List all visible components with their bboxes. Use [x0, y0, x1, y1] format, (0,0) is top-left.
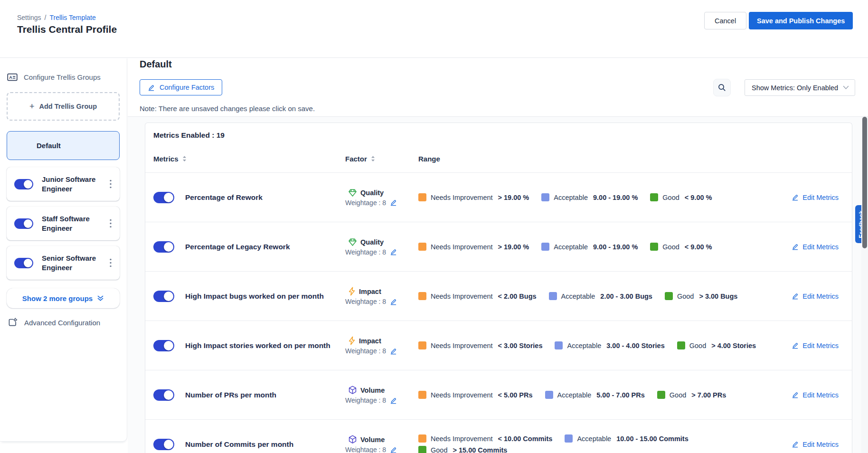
kebab-menu-icon[interactable] [106, 257, 115, 269]
sidebar-item-default-group[interactable]: Default [7, 131, 120, 160]
edit-metrics-link[interactable]: Edit Metrics [792, 441, 852, 448]
range-chip: Needs Improvement> 19.00 % [418, 243, 529, 251]
sidebar-section-title: Configure Trellis Groups [24, 73, 101, 81]
range-label: Needs Improvement [431, 293, 493, 300]
metric-enabled-toggle[interactable] [153, 192, 174, 203]
edit-weightage-icon[interactable] [390, 348, 397, 355]
range-value: > 15.00 Commits [453, 446, 507, 453]
add-trellis-group-button[interactable]: + Add Trellis Group [7, 92, 120, 121]
edit-metrics-link[interactable]: Edit Metrics [792, 194, 852, 201]
breadcrumb-trellis-template[interactable]: Trellis Template [49, 14, 95, 21]
edit-weightage-icon[interactable] [390, 446, 397, 453]
range-value: > 4.00 Stories [711, 342, 756, 349]
show-more-groups-button[interactable]: Show 2 more groups [7, 288, 120, 308]
metric-enabled-toggle[interactable] [153, 291, 174, 302]
group-enabled-toggle[interactable] [14, 179, 33, 189]
metric-name: High Impact stories worked on per month [185, 341, 330, 350]
edit-pencil-icon [792, 243, 799, 250]
metric-name: High Impact bugs worked on per month [185, 292, 324, 301]
weightage-text: Weightage : 8 [345, 248, 386, 256]
search-button[interactable] [713, 79, 731, 96]
metrics-enabled-count: Metrics Enabled : 19 [153, 131, 225, 140]
metric-enabled-toggle[interactable] [153, 340, 174, 351]
weightage-text: Weightage : 8 [345, 446, 386, 453]
impact-bolt-icon [348, 287, 356, 296]
add-trellis-group-label: Add Trellis Group [39, 103, 97, 110]
sidebar-group-card[interactable]: Junior Software Engineer [7, 167, 120, 201]
edit-metrics-link[interactable]: Edit Metrics [792, 293, 852, 300]
svg-text:A: A [9, 75, 12, 80]
weightage-text: Weightage : 8 [345, 298, 386, 305]
search-icon [717, 83, 726, 92]
range-value: 5.00 - 7.00 PRs [596, 391, 645, 399]
breadcrumb-separator: / [45, 14, 47, 21]
needs_improvement-color-swatch [418, 434, 426, 443]
sidebar: A Configure Trellis Groups + Add Trellis… [0, 58, 127, 442]
save-and-publish-button[interactable]: Save and Publish Changes [749, 12, 853, 29]
sort-icon[interactable] [371, 156, 375, 162]
breadcrumb-settings[interactable]: Settings [17, 14, 41, 21]
group-enabled-toggle[interactable] [14, 258, 33, 268]
range-cell: Needs Improvement< 3.00 StoriesAcceptabl… [418, 341, 786, 349]
range-value: > 3.00 Bugs [699, 293, 737, 300]
acceptable-color-swatch [549, 292, 557, 300]
show-metrics-filter-dropdown[interactable]: Show Metrics: Only Enabled [745, 79, 855, 96]
edit-pencil-icon [148, 84, 155, 91]
edit-weightage-icon[interactable] [390, 397, 397, 404]
metric-name: Number of PRs per month [185, 391, 276, 399]
unsaved-changes-note: Note: There are unsaved changes please c… [140, 104, 315, 113]
column-header-metrics[interactable]: Metrics [153, 155, 345, 163]
range-label: Good [431, 446, 447, 453]
show-metrics-filter-value: Show Metrics: Only Enabled [752, 84, 838, 92]
range-value: 10.00 - 15.00 Commits [616, 435, 689, 443]
edit-weightage-icon[interactable] [390, 298, 397, 305]
column-header-factor[interactable]: Factor [345, 155, 418, 163]
metric-enabled-toggle[interactable] [153, 439, 174, 450]
metric-enabled-toggle[interactable] [153, 241, 174, 253]
range-label: Needs Improvement [431, 342, 493, 349]
trellis-central-profile-page: Settings / Trellis Template Trellis Cent… [0, 0, 868, 453]
range-chip: Needs Improvement< 5.00 PRs [418, 391, 533, 399]
quality-gem-icon [348, 189, 357, 197]
advanced-configuration-button[interactable]: Advanced Configuration [8, 318, 100, 327]
table-header-row: Metrics Factor Range [145, 148, 852, 170]
edit-weightage-icon[interactable] [390, 199, 397, 206]
group-enabled-toggle[interactable] [14, 218, 33, 229]
volume-cube-icon [348, 386, 357, 395]
range-label: Acceptable [554, 194, 588, 201]
range-value: 2.00 - 3.00 Bugs [600, 293, 652, 300]
column-header-range: Range [418, 155, 786, 163]
plus-icon: + [29, 102, 35, 111]
good-color-swatch [665, 292, 673, 300]
range-label: Good [677, 293, 694, 300]
group-name: Junior Software Engineer [42, 175, 105, 193]
kebab-menu-icon[interactable] [106, 217, 115, 230]
range-label: Needs Improvement [431, 194, 493, 201]
edit-metrics-link[interactable]: Edit Metrics [792, 342, 852, 349]
metrics-table-card: Metrics Enabled : 19 Metrics Factor Rang… [145, 123, 852, 453]
metric-enabled-toggle[interactable] [153, 389, 174, 401]
sidebar-section-header: A Configure Trellis Groups [7, 73, 101, 82]
good-color-swatch [418, 446, 426, 453]
range-value: < 9.00 % [685, 194, 712, 201]
metric-name: Percentage of Legacy Rework [185, 243, 290, 251]
edit-metrics-link[interactable]: Edit Metrics [792, 391, 852, 399]
sidebar-group-card[interactable]: Senior Software Engineer [7, 246, 120, 280]
range-value: < 3.00 Stories [498, 342, 543, 349]
configure-factors-button[interactable]: Configure Factors [140, 79, 222, 95]
range-value: < 9.00 % [685, 243, 712, 251]
kebab-menu-icon[interactable] [106, 178, 115, 190]
acceptable-color-swatch [555, 341, 563, 349]
range-cell: Needs Improvement> 19.00 %Acceptable9.00… [418, 243, 786, 251]
edit-weightage-icon[interactable] [390, 248, 397, 255]
vertical-scrollbar-thumb[interactable] [862, 117, 867, 248]
range-label: Good [689, 342, 706, 349]
edit-metrics-link[interactable]: Edit Metrics [792, 243, 852, 251]
sidebar-group-card[interactable]: Staff Software Engineer [7, 207, 120, 240]
advanced-configuration-icon [8, 318, 18, 327]
sort-icon[interactable] [182, 156, 187, 162]
cancel-button[interactable]: Cancel [704, 12, 746, 29]
edit-pencil-icon [792, 441, 799, 448]
range-value: < 2.00 Bugs [498, 293, 537, 300]
show-more-groups-label: Show 2 more groups [22, 294, 93, 302]
